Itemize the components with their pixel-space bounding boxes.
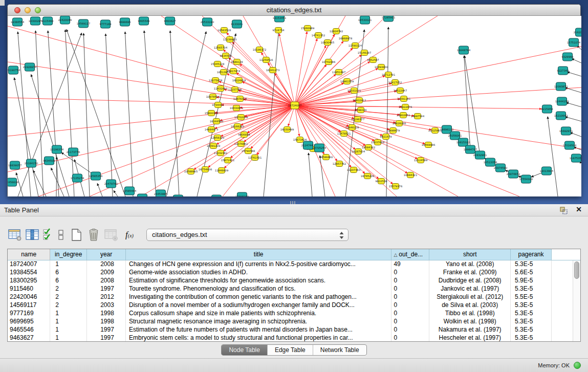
table-row[interactable]: 946362711997Embryonic stem cells: a mode… [8,334,580,342]
table-cell[interactable]: Dudbridge et al. (2008) [429,276,511,285]
citation-edge-red[interactable] [295,105,382,136]
graph-node[interactable]: 20479760 [104,180,118,188]
graph-node[interactable]: 16341273 [266,68,279,73]
graph-node[interactable]: 11417052 [388,80,402,85]
graph-node[interactable]: 15922876 [399,104,412,110]
graph-node[interactable]: 18839057 [8,161,21,169]
graph-node[interactable]: 9806838 [238,132,250,138]
table-cell[interactable]: Nakamura et al. (1997) [429,325,511,334]
citation-edge-red[interactable] [295,16,438,105]
graph-node[interactable]: 20974590 [494,164,507,172]
network-window-titlebar[interactable]: citations_edges.txt [8,5,580,16]
table-cell[interactable]: Estimation of the future numbers of pati… [125,325,391,334]
table-cell[interactable]: Structural magnetic resonance image aver… [125,317,391,325]
table-cell[interactable]: 5.3E-5 [511,260,552,268]
table-cell[interactable]: Jankovic et al. (1997) [429,285,511,293]
table-row[interactable]: 911546021997Tourette syndrome. Phenomeno… [8,285,580,293]
graph-node[interactable]: 16712791 [382,72,395,78]
graph-node[interactable]: 17898169 [235,192,249,196]
tab-node-table[interactable]: Node Table [222,345,268,355]
graph-node[interactable]: 9634508 [220,53,231,59]
citation-edge-black[interactable] [97,183,102,196]
table-row[interactable]: 2242004622012Investigating the contribut… [8,293,580,301]
citation-edge-black[interactable] [67,29,125,196]
graph-node[interactable]: 21173776 [67,148,80,156]
table-vertical-scrollbar[interactable] [573,260,580,341]
graph-node[interactable]: 10196374 [50,145,64,154]
table-cell[interactable]: 9463627 [8,334,50,342]
table-cell[interactable]: 5.9E-5 [511,276,552,285]
graph-node[interactable]: 9788326 [355,107,366,113]
table-cell[interactable]: 1 [50,260,87,268]
graph-node[interactable]: 10742086 [322,59,335,65]
graph-node[interactable]: 11590124 [349,43,362,49]
graph-node[interactable]: 15345128 [211,61,224,67]
graph-node[interactable]: 24705254 [313,144,326,152]
graph-node[interactable]: 12565704 [214,45,228,51]
graph-node[interactable]: 16785206 [361,173,374,179]
column-header-name[interactable]: name [8,249,50,260]
table-cell[interactable]: 1998 [87,309,126,317]
graph-node[interactable]: 10684321 [404,172,417,178]
graph-node[interactable]: 15751074 [567,38,581,47]
graph-node[interactable]: 9699695 [119,18,130,26]
table-cell[interactable]: 1 [50,309,87,317]
graph-node[interactable]: 19384554 [11,18,25,26]
network-graph-canvas[interactable]: 1872400710563528112399831256570496345081… [8,16,581,196]
graph-node[interactable]: 20190754 [8,66,20,74]
graph-node[interactable]: 9852587 [367,57,379,63]
graph-node[interactable]: 10563528 [217,28,231,33]
citation-edge-black[interactable] [125,32,133,196]
graph-node[interactable]: 16210643 [554,112,568,120]
citation-edge-black[interactable] [33,170,46,196]
table-cell[interactable]: 0 [391,293,429,301]
graph-node[interactable]: 9777169 [99,20,111,28]
citation-edge-red[interactable] [223,105,295,196]
graph-node[interactable]: 16648784 [457,46,471,54]
graph-node[interactable]: 12857762 [333,161,346,167]
graph-node[interactable]: 17285901 [382,16,395,21]
citation-edge-red[interactable] [295,105,581,149]
graph-node[interactable]: 12958120 [211,135,224,141]
table-cell[interactable]: Franke et al. (2009) [429,268,511,276]
graph-node[interactable]: 11076861 [234,141,248,147]
citation-edge-black[interactable] [83,33,90,196]
graph-node[interactable]: 12391161 [397,96,410,102]
table-cell[interactable]: 9465546 [8,325,50,334]
table-cell[interactable]: Stergiakouli et al. (2012) [429,293,511,301]
table-cell[interactable]: 5.3E-5 [511,309,552,317]
table-mode-icon[interactable] [7,227,23,243]
table-cell[interactable]: 1997 [87,334,126,342]
table-row[interactable]: 969969511998Structural magnetic resonanc… [8,317,580,325]
graph-node[interactable]: 11675358 [570,154,581,162]
graph-node[interactable]: 16030499 [280,127,294,133]
graph-node[interactable]: 15146197 [358,50,371,56]
citation-edge-black[interactable] [170,31,179,196]
column-header-title[interactable]: title [125,249,391,260]
graph-node[interactable]: 17135278 [71,174,84,182]
citation-edge-black[interactable] [570,133,581,137]
table-cell[interactable]: 5.3E-5 [511,285,552,293]
table-cell[interactable]: 0 [391,301,429,309]
table-cell[interactable]: 6 [50,268,87,276]
graph-node[interactable]: 11431683 [214,86,227,92]
citation-edge-black[interactable] [548,117,558,196]
graph-node[interactable]: 10196372 [253,47,266,53]
citation-edge-black[interactable] [51,168,64,196]
table-cell[interactable]: 1997 [87,285,126,293]
delete-column-icon[interactable] [86,227,101,243]
table-cell[interactable]: Hescheler et al. (1997) [429,334,511,342]
graph-node[interactable]: 14687544 [411,114,425,119]
table-cell[interactable]: Disruption of a novel member of a sodium… [125,301,391,309]
graph-node[interactable]: 15037608 [371,140,384,145]
table-cell[interactable]: de Silva et al. (2003) [429,301,511,309]
column-header-year[interactable]: year [87,249,126,260]
graph-node[interactable]: 17554300 [519,175,533,183]
table-cell[interactable]: 0 [391,309,429,317]
table-cell[interactable]: 22420046 [8,293,50,301]
graph-node[interactable]: 10978514 [206,94,220,100]
table-cell[interactable]: Changes of HCN gene expression and I(f) … [125,260,391,268]
function-builder-icon[interactable]: f(x) [121,230,138,240]
graph-node[interactable]: 14513358 [484,158,497,166]
table-row[interactable]: 1456911722003Disruption of a novel membe… [8,301,580,309]
